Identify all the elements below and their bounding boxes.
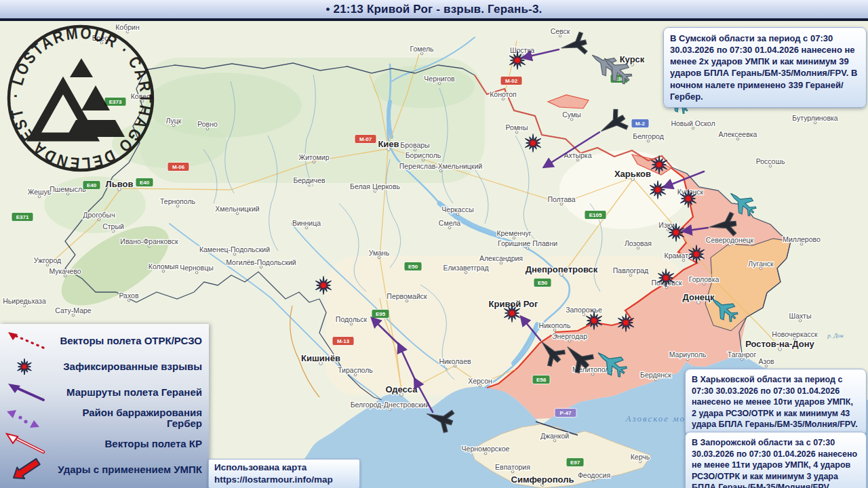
source-url[interactable]: https://lostarmour.info/map (214, 474, 354, 486)
city-label: Чернигов (424, 75, 455, 83)
city-label: Ростов-на-Дону (745, 339, 814, 349)
city-label: Ужгород (34, 256, 61, 264)
legend-panel: Векторы полета ОТРК/РСЗО Зафиксированные… (0, 324, 209, 488)
city-label: Житомир (298, 153, 329, 161)
city-label: Конотоп (490, 90, 517, 98)
city-label: Александрия (479, 254, 523, 262)
city-label: Подольск (336, 315, 368, 323)
city-label: Северодонецк (706, 236, 754, 244)
road-badge-label: М-02 (505, 78, 518, 84)
city-label: Тернополь (160, 197, 196, 205)
infobox-sumy: В Сумской области за период с 07:30 30.0… (663, 27, 867, 108)
city-label: Россошь (756, 157, 785, 165)
ticker-bar: • 21:13 Кривой Рог - взрыв. Герань-3. (0, 0, 868, 21)
city-label: Феодосия (578, 471, 610, 479)
city-label: Ивано-Франковск (120, 237, 178, 245)
city-label: Жешув (28, 188, 52, 196)
city-label: Энергодар (552, 332, 587, 340)
legend-row-gerber: Район барражирования Гербер (0, 405, 209, 431)
city-label: Джанкой (540, 432, 569, 440)
city-label: Пшемысль (50, 185, 86, 193)
city-label: Севск (551, 27, 570, 35)
city-label: Кривой Рог (489, 299, 539, 309)
city-label: Новый Оскол (671, 119, 715, 127)
city-label: Каменец-Подольский (199, 245, 270, 253)
city-label: Белгород (633, 132, 664, 140)
city-label: Стрый (102, 222, 124, 230)
city-label: Николаев (439, 357, 471, 365)
city-label: Ровно (197, 120, 218, 128)
city-label: Бровары (400, 141, 429, 149)
city-label: Мукачево (49, 267, 81, 275)
city-label: Могилёв-Подольский (226, 258, 296, 266)
lostarmour-logo: · LOSTARMOUR · CARTHAGO DELENDA EST (5, 23, 156, 174)
city-label: Изюм (658, 221, 677, 229)
city-label: Ромны (506, 123, 528, 131)
city-label: Первомайск (387, 292, 427, 300)
city-label: Ньиредьхаза (3, 297, 46, 305)
city-label: Рахов (119, 291, 138, 300)
water-label: р. Дон (827, 332, 844, 339)
source-caption: Использована карта (214, 462, 354, 474)
legend-row-umpk: Удары с применением УМПК (0, 457, 209, 483)
city-label: Коломыя (149, 262, 178, 270)
city-label: Евпатория (495, 463, 530, 471)
logo-ring-text: · LOSTARMOUR · CARTHAGO DELENDA EST (6, 24, 155, 174)
city-label: Курск (620, 54, 645, 64)
city-label: Бутурлиновка (792, 114, 837, 122)
city-label: Переяслав-Хмельницкий (399, 162, 482, 170)
city-label: Алексеевка (719, 130, 757, 138)
city-label: Керчь (631, 453, 650, 461)
city-label: Никополь (539, 321, 571, 329)
legend-label: Удары с применением УМПК (49, 464, 202, 476)
road-badge-label: Е97 (570, 460, 580, 466)
city-label: Полтава (547, 195, 575, 203)
city-label: Дрогобыч (83, 211, 115, 219)
city-label: Киев (378, 139, 399, 149)
city-label: Винница (292, 219, 321, 227)
road-badge-label: Е50 (538, 280, 548, 286)
city-label: Черноморское (462, 445, 510, 453)
svg-text:· LOSTARMOUR · CARTHAGO DELE: · LOSTARMOUR · CARTHAGO DELENDA EST (6, 24, 155, 174)
map-frame: БрестКобринГомельЖешувПшемысльЛьвовКовел… (0, 0, 868, 488)
legend-label: Маршруты полета Гераней (49, 387, 202, 399)
road-badge-label: Е95 (376, 311, 386, 317)
city-label: Днепропетровск (526, 264, 598, 274)
city-label: Бердичев (293, 176, 326, 184)
city-label: Херсон (468, 377, 492, 385)
city-label: Гомель (410, 45, 434, 53)
road-badge-label: Е40 (140, 180, 150, 186)
city-label: Бердянск (640, 371, 671, 379)
city-label: Лозовая (625, 239, 652, 247)
legend-row-kr: Векторы полета КР (0, 431, 209, 457)
road-badge-label: Е105 (589, 212, 602, 218)
city-label: Кременчуг (496, 229, 531, 237)
city-label: Симферополь (511, 474, 574, 485)
city-label: Запорожье (566, 306, 602, 314)
city-label: Горловка (689, 275, 719, 283)
city-label: Харьков (614, 169, 651, 179)
legend-label: Зафиксированные взрывы (49, 361, 202, 373)
road-badge-label: Р-47 (560, 410, 572, 416)
legend-row-explosions: Зафиксированные взрывы (0, 354, 209, 380)
legend-explosion-glyph (18, 359, 32, 375)
explosion-icon (4, 354, 49, 379)
city-label: Миллерово (783, 235, 821, 243)
legend-label: Векторы полета ОТРК/РСЗО (49, 336, 202, 347)
legend-row-otrk: Векторы полета ОТРК/РСЗО (0, 328, 209, 354)
otrk-vector-icon (4, 329, 49, 353)
infobox-kharkiv: В Харьковской области за период с 07:30 … (685, 369, 867, 436)
city-label: Шостка (510, 46, 534, 54)
city-label: Белая Церковь (350, 182, 401, 190)
umpk-strike-icon (4, 458, 49, 482)
road-badge-label: М-06 (172, 164, 185, 170)
city-label: Луцк (166, 117, 182, 125)
city-label: Луганск (748, 260, 774, 268)
kr-vector-icon (4, 432, 49, 456)
city-label: Азов (758, 357, 774, 365)
city-label: Таганрог (728, 350, 757, 359)
city-label: Черновцы (180, 264, 213, 272)
map-source-box: Использована карта https://lostarmour.in… (208, 459, 360, 488)
city-label: Сату-Маре (55, 306, 92, 314)
geran-route-icon (4, 380, 49, 405)
